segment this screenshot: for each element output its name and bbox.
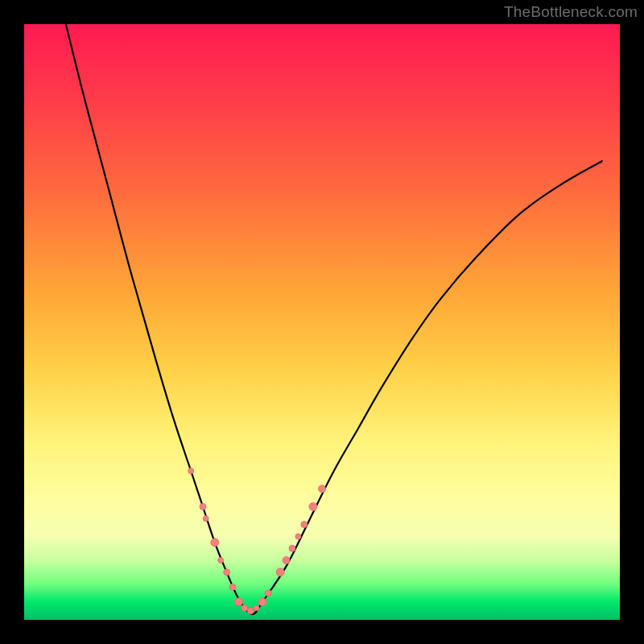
plot-area <box>24 24 620 620</box>
chart-frame: TheBottleneck.com <box>0 0 644 644</box>
marker-point <box>224 569 230 576</box>
marker-point <box>242 605 248 611</box>
marker-point <box>258 598 266 606</box>
marker-point <box>254 605 259 611</box>
watermark-text: TheBottleneck.com <box>504 3 638 21</box>
bottleneck-curve <box>66 24 602 614</box>
marker-point <box>200 503 206 510</box>
marker-point <box>234 598 242 606</box>
marker-point <box>265 590 271 597</box>
marker-point <box>229 584 236 590</box>
marker-point <box>276 568 284 576</box>
marker-point <box>211 539 219 547</box>
marker-point <box>319 485 326 493</box>
marker-point <box>188 469 194 474</box>
marker-point <box>218 558 224 564</box>
curve-svg <box>24 24 620 620</box>
marker-point <box>289 545 295 551</box>
marker-group <box>188 469 326 614</box>
marker-point <box>203 516 208 522</box>
marker-point <box>247 608 254 614</box>
marker-point <box>295 534 301 539</box>
marker-point <box>301 522 308 528</box>
marker-point <box>283 557 290 564</box>
marker-point <box>309 502 317 510</box>
